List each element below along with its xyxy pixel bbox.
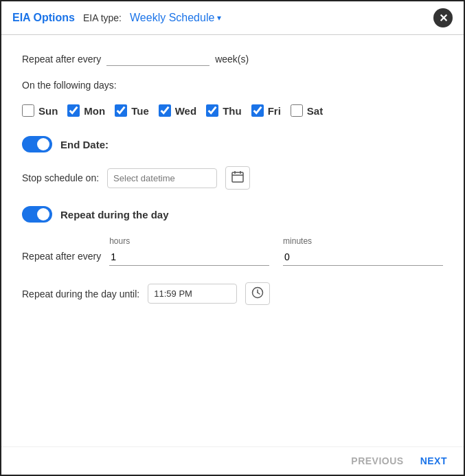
repeat-after-every-label: Repeat after every	[22, 54, 101, 65]
clock-icon	[251, 286, 264, 299]
repeat-after-label: Repeat after every	[22, 251, 101, 266]
tue-checkbox[interactable]	[115, 104, 127, 117]
end-date-label: End Date:	[60, 139, 109, 150]
sat-label: Sat	[307, 105, 323, 117]
repeat-day-label: Repeat during the day	[60, 209, 169, 220]
eia-type-label: EIA type:	[83, 12, 122, 23]
hours-label: hours	[109, 236, 269, 246]
fri-label: Fri	[268, 105, 281, 117]
svg-rect-0	[232, 172, 243, 182]
stop-schedule-row: Stop schedule on:	[22, 166, 443, 190]
day-item-tue: Tue	[115, 104, 149, 117]
until-label: Repeat during the day until:	[22, 288, 139, 299]
thu-checkbox[interactable]	[206, 104, 218, 117]
repeat-inputs-wrapper: hours minutes	[109, 236, 443, 266]
wed-checkbox[interactable]	[159, 104, 171, 117]
hours-input-group: hours	[109, 236, 269, 266]
chevron-down-icon: ▾	[217, 13, 221, 23]
content-area: Repeat after every week(s) On the follow…	[1, 35, 464, 446]
calendar-icon	[231, 170, 244, 183]
day-item-mon: Mon	[67, 104, 105, 117]
day-item-wed: Wed	[159, 104, 196, 117]
header: EIA Options EIA type: Weekly Schedule ▾ …	[1, 1, 464, 35]
following-days-label: On the following days:	[22, 80, 443, 91]
repeat-day-slider	[22, 206, 52, 223]
mon-label: Mon	[84, 105, 105, 117]
repeat-weeks-input[interactable]	[106, 52, 209, 66]
close-button[interactable]: ✕	[433, 8, 453, 27]
repeat-day-toggle[interactable]	[22, 206, 52, 223]
day-item-sun: Sun	[22, 104, 58, 117]
end-date-toggle-row: End Date:	[22, 136, 443, 152]
dropdown-selected-value: Weekly Schedule	[130, 12, 214, 24]
clock-button[interactable]	[245, 282, 270, 305]
sat-checkbox[interactable]	[291, 104, 303, 117]
footer: PREVIOUS NEXT	[1, 446, 464, 475]
end-date-slider	[22, 136, 52, 152]
end-date-toggle[interactable]	[22, 136, 52, 152]
window: EIA Options EIA type: Weekly Schedule ▾ …	[0, 0, 465, 476]
mon-checkbox[interactable]	[67, 104, 80, 117]
next-button[interactable]: NEXT	[420, 455, 447, 466]
minutes-input[interactable]	[283, 249, 443, 266]
repeat-week-row: Repeat after every week(s)	[22, 52, 443, 66]
datetime-input[interactable]	[107, 168, 217, 188]
previous-button[interactable]: PREVIOUS	[351, 455, 403, 466]
sun-checkbox[interactable]	[22, 104, 34, 117]
calendar-button[interactable]	[225, 166, 250, 190]
repeat-hours-row: Repeat after every hours minutes	[22, 236, 443, 266]
sun-label: Sun	[38, 105, 58, 117]
week-suffix-label: week(s)	[215, 54, 249, 65]
minutes-label: minutes	[283, 236, 443, 246]
stop-schedule-label: Stop schedule on:	[22, 172, 99, 183]
day-item-fri: Fri	[251, 104, 281, 117]
day-item-sat: Sat	[291, 104, 323, 117]
hours-input[interactable]	[109, 249, 269, 266]
svg-line-6	[258, 293, 260, 294]
minutes-input-group: minutes	[283, 236, 443, 266]
time-until-input[interactable]	[148, 284, 237, 304]
fri-checkbox[interactable]	[251, 104, 264, 117]
repeat-day-toggle-row: Repeat during the day	[22, 206, 443, 223]
eia-type-dropdown[interactable]: Weekly Schedule ▾	[130, 12, 221, 24]
tue-label: Tue	[131, 105, 149, 117]
wed-label: Wed	[175, 105, 196, 117]
days-row: Sun Mon Tue Wed Thu Fri	[22, 104, 443, 117]
thu-label: Thu	[223, 105, 242, 117]
eia-options-title: EIA Options	[12, 12, 75, 24]
day-item-thu: Thu	[206, 104, 242, 117]
until-row: Repeat during the day until:	[22, 282, 443, 305]
